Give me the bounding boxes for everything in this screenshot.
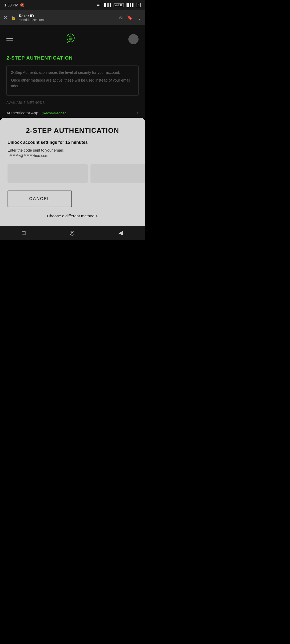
lte-badge: Vo LTE: [114, 3, 124, 7]
tab-title: Razer ID: [19, 14, 116, 18]
modal-subtitle: Unlock account settings for 15 minutes: [8, 140, 137, 145]
share-icon[interactable]: ⎋: [119, 15, 122, 21]
page-dark-area: 2-STEP AUTHENTICATION 2-Step Authenticat…: [0, 25, 145, 118]
available-methods-label: AVAILABLE METHODS: [6, 101, 139, 105]
close-tab-button[interactable]: ✕: [3, 14, 8, 21]
razer-logo: [65, 33, 76, 46]
url-block: Razer ID razerid.razer.com: [19, 14, 116, 22]
browser-bar: ✕ 🔒 Razer ID razerid.razer.com ⎋ 🔖 ⋮: [0, 10, 145, 25]
recent-apps-icon[interactable]: □: [22, 229, 26, 236]
lock-icon: 🔒: [11, 16, 16, 20]
battery-display: 6: [136, 3, 141, 7]
info-text-1: 2-Step Authentication raises the level o…: [11, 70, 134, 75]
otp-digit-2[interactable]: [90, 164, 145, 183]
two-step-modal: 2-STEP AUTHENTICATION Unlock account set…: [0, 118, 145, 226]
hamburger-menu[interactable]: [6, 38, 13, 41]
recommended-badge: (Recommended): [42, 111, 68, 115]
tab-url: razerid.razer.com: [19, 18, 116, 22]
user-avatar[interactable]: [128, 34, 139, 44]
otp-input-row: [8, 164, 137, 183]
authenticator-app-row[interactable]: Authenticator App (Recommended) ›: [6, 108, 139, 118]
bookmark-icon[interactable]: 🔖: [127, 15, 133, 21]
bottom-nav: □ ◎ ◀: [0, 226, 145, 240]
time-display: 1:39 PM: [4, 3, 18, 7]
cancel-button[interactable]: CANCEL: [8, 191, 72, 207]
status-left: 1:39 PM 🔕: [4, 3, 24, 7]
modal-title: 2-STEP AUTHENTICATION: [8, 126, 137, 135]
authenticator-app-name: Authenticator App: [6, 111, 38, 115]
mute-icon: 🔕: [20, 3, 24, 7]
signal-icon: ▐▌▌▌: [103, 3, 112, 7]
otp-digit-1[interactable]: [8, 164, 88, 183]
browser-actions: ⎋ 🔖 ⋮: [119, 15, 142, 21]
info-text-2: Once other methods are active, these wil…: [11, 78, 134, 89]
status-right: 4G ▐▌▌▌ Vo LTE ▐▌▌▌ 6: [97, 3, 141, 7]
status-bar: 1:39 PM 🔕 4G ▐▌▌▌ Vo LTE ▐▌▌▌ 6: [0, 0, 145, 10]
choose-different-method-link[interactable]: Choose a different method >: [47, 214, 98, 218]
site-header: [6, 31, 139, 50]
chevron-right-icon: ›: [137, 110, 139, 116]
more-icon[interactable]: ⋮: [137, 15, 142, 21]
home-icon[interactable]: ◎: [70, 229, 75, 236]
info-box: 2-Step Authentication raises the level o…: [6, 65, 139, 96]
page-heading: 2-STEP AUTHENTICATION: [6, 55, 139, 61]
back-icon[interactable]: ◀: [118, 229, 123, 236]
modal-email-label: Enter the code sent to your email:: [8, 148, 137, 152]
svg-point-0: [70, 36, 70, 37]
signal-icon-2: ▐▌▌▌: [125, 3, 135, 7]
modal-email-value: p*******@*******hoo.com: [8, 153, 137, 158]
network-label: 4G: [97, 3, 101, 7]
